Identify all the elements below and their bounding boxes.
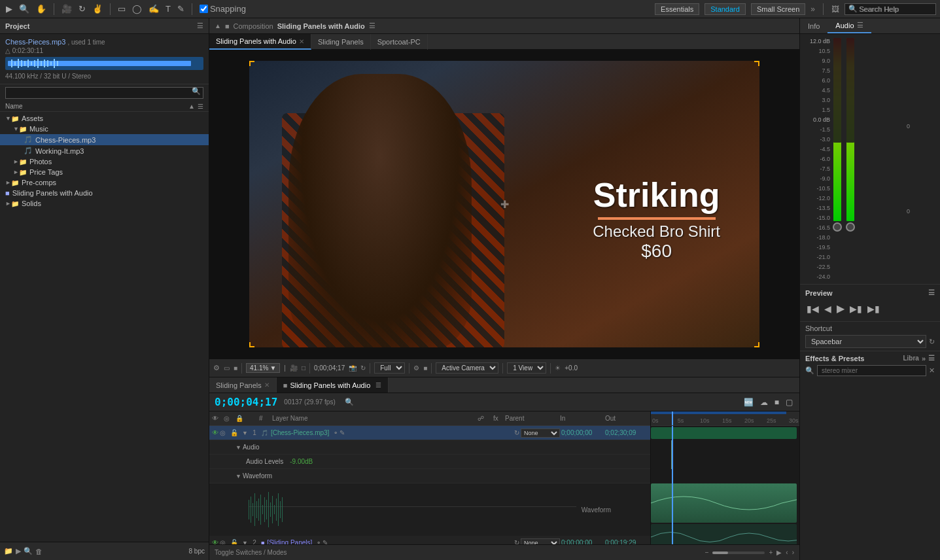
snapping-checkbox[interactable] <box>200 5 208 13</box>
comp-tab-sliding-panels[interactable]: Sliding Panels <box>311 34 371 50</box>
layer-1-parent-icon[interactable]: ↻ <box>514 429 519 436</box>
workspace-more[interactable]: » <box>810 5 815 14</box>
comp-menu-icon[interactable]: ☰ <box>369 22 375 30</box>
zoom-tool[interactable]: 🔍 <box>17 3 31 15</box>
tree-item-working-it[interactable]: 🎵 Working-It.mp3 <box>0 145 209 156</box>
comp-tab-1-close[interactable]: ✕ <box>299 38 304 45</box>
preview-settings-icon[interactable]: ⚙ <box>213 364 220 372</box>
view-channels-icon[interactable]: ■ <box>423 364 427 372</box>
tree-item-price-tags[interactable]: ► 📁 Price Tags <box>0 167 209 177</box>
layer-1-expand[interactable]: ▼ <box>242 430 248 436</box>
audio-expand[interactable]: ▼ <box>235 444 241 451</box>
timeline-frames-icon[interactable]: ■ <box>773 396 780 408</box>
layer-2-edit[interactable]: ✎ <box>322 539 328 544</box>
effects-search-clear[interactable]: ✕ <box>929 366 935 375</box>
project-menu-icon[interactable]: ☰ <box>197 22 203 30</box>
preview-corner-br[interactable] <box>754 342 759 347</box>
select-tool[interactable]: ▶ <box>4 3 14 15</box>
exposure-icon[interactable]: ☀ <box>555 364 561 372</box>
preview-step-back[interactable]: ◀ <box>823 302 833 315</box>
layer-2-solo-small[interactable]: ⚬ <box>316 539 321 544</box>
layer-2-lock[interactable]: 🔓 <box>230 539 239 544</box>
preview-region-icon[interactable]: ■ <box>234 364 237 372</box>
price-tags-expand[interactable]: ► <box>13 169 19 175</box>
new-folder-btn[interactable]: 📁 <box>4 547 13 555</box>
timeline-zoom-thumb[interactable] <box>712 551 728 554</box>
effects-search-input[interactable] <box>817 365 926 376</box>
paint-tool[interactable]: ✎ <box>175 3 186 15</box>
layer-1-lock[interactable]: 🔓 <box>230 429 239 436</box>
camera-tool[interactable]: 🎥 <box>60 3 74 15</box>
layer-2-row[interactable]: 👁 ◎ 🔓 ▼ 2 ■ [Sliding Panels] ⚬ ✎ ↻ None <box>209 536 650 544</box>
preview-go-end[interactable]: ▶▮ <box>866 302 881 315</box>
layer-2-vis-icon[interactable]: 👁 <box>212 539 218 544</box>
play-btn-footer[interactable]: ▶ <box>776 549 782 556</box>
layer-1-row[interactable]: 👁 ◎ 🔓 ▼ 1 🎵 [Chess-Pieces.mp3] ⚬ ✎ ↻ Non… <box>209 426 650 440</box>
layer-2-parent-select[interactable]: None <box>521 538 560 545</box>
music-expand[interactable]: ▼ <box>13 126 19 132</box>
snapping-toggle[interactable]: Snapping <box>198 3 248 15</box>
comp-tab-sliding-panels-audio[interactable]: Sliding Panels with Audio ✕ <box>209 34 311 50</box>
timeline-search-icon[interactable]: 🔍 <box>345 398 354 406</box>
new-comp-btn[interactable]: ▶ <box>16 547 21 555</box>
layer-2-solo[interactable]: ◎ <box>220 539 229 544</box>
effects-more-icon[interactable]: » <box>922 355 926 362</box>
timeline-graph-icon[interactable]: 🆕 <box>742 396 755 408</box>
timeline-switches-icon[interactable]: ▢ <box>784 396 794 408</box>
preview-play-pause[interactable]: ▶ <box>835 301 846 316</box>
preview-corner-tr[interactable] <box>754 61 759 66</box>
pre-comps-expand[interactable]: ► <box>5 179 11 186</box>
timeline-tab-sliding-panels-audio[interactable]: ■ Sliding Panels with Audio ☰ <box>277 377 389 393</box>
tree-item-assets[interactable]: ▼ 📁 Assets <box>0 113 209 124</box>
preview-corner-bl[interactable] <box>249 342 254 347</box>
project-search-input[interactable] <box>5 87 203 99</box>
search-input[interactable] <box>844 3 936 15</box>
mask-rect-tool[interactable]: ▭ <box>116 3 128 15</box>
tree-sort-icon[interactable]: ▲ <box>188 103 195 110</box>
mask-ellipse-tool[interactable]: ◯ <box>130 3 144 15</box>
toggle-switches-label[interactable]: Toggle Switches / Modes <box>215 549 287 556</box>
solids-expand[interactable]: ► <box>5 200 11 207</box>
layer-2-parent-icon[interactable]: ↻ <box>514 539 519 544</box>
tree-item-photos[interactable]: ► 📁 Photos <box>0 156 209 167</box>
preview-corner-tl[interactable] <box>249 61 254 66</box>
quality-select[interactable]: Full <box>374 362 405 374</box>
hand-tool[interactable]: ✋ <box>34 3 48 15</box>
view-options-icon[interactable]: ⚙ <box>413 364 419 372</box>
camera-icon-preview[interactable]: 🎥 <box>290 364 298 372</box>
preview-refresh-icon[interactable]: ↻ <box>360 364 366 372</box>
delete-btn[interactable]: 🗑 <box>35 548 43 555</box>
orbit-tool[interactable]: ↻ <box>77 3 88 15</box>
layer-1-solo[interactable]: ◎ <box>220 429 229 436</box>
tree-item-music[interactable]: ▼ 📁 Music <box>0 124 209 134</box>
layer-1-solo-small[interactable]: ⚬ <box>333 429 338 436</box>
timeline-motion-icon[interactable]: ☁ <box>759 396 769 408</box>
preview-step-fwd[interactable]: ▶▮ <box>848 302 863 315</box>
workspace-essentials[interactable]: Essentials <box>655 3 699 15</box>
photos-expand[interactable]: ► <box>13 158 19 165</box>
timeline-tab-menu[interactable]: ☰ <box>375 381 381 389</box>
view-count-select[interactable]: 1 View <box>507 362 546 374</box>
tree-view-icon[interactable]: ☰ <box>198 103 203 110</box>
timeline-tab-sliding-panels[interactable]: Sliding Panels ✕ <box>209 377 277 393</box>
preview-section-menu[interactable]: ☰ <box>928 289 935 297</box>
timeline-tab-1-close[interactable]: ✕ <box>264 381 270 389</box>
timeline-zoom-in[interactable]: + <box>769 549 773 556</box>
pen-tool[interactable]: ✍ <box>147 3 161 15</box>
shortcut-reset-icon[interactable]: ↻ <box>929 338 935 346</box>
preview-canvas[interactable]: Striking Checked Bro Shirt $60 ✚ <box>249 61 759 347</box>
assets-expand[interactable]: ▼ <box>5 115 11 122</box>
nav-right-icon[interactable]: › <box>792 549 794 556</box>
tab-info[interactable]: Info <box>800 18 827 33</box>
vu-knob-left[interactable] <box>833 222 842 232</box>
layer-1-edit[interactable]: ✎ <box>339 429 345 436</box>
text-tool[interactable]: T <box>164 3 173 15</box>
shortcut-select[interactable]: Spacebar <box>805 335 926 348</box>
workspace-standard[interactable]: Standard <box>705 3 746 15</box>
tree-item-pre-comps[interactable]: ► 📁 Pre-comps <box>0 177 209 188</box>
workspace-small-screen[interactable]: Small Screen <box>751 3 805 15</box>
nav-left-icon[interactable]: ‹ <box>786 549 788 556</box>
tab-audio[interactable]: Audio ☰ <box>827 18 871 33</box>
layer-1-vis-icon[interactable]: 👁 <box>212 429 218 436</box>
layer-1-parent-select[interactable]: None <box>521 429 560 438</box>
